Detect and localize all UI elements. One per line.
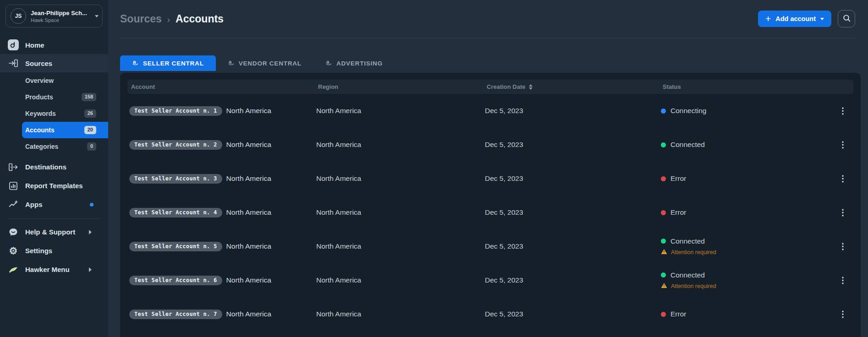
region-cell: North America — [316, 242, 485, 250]
sidebar-item-report-templates[interactable]: Report Templates — [0, 176, 108, 195]
tab-label: SELLER CENTRAL — [143, 60, 204, 67]
region-cell: North America — [316, 174, 485, 183]
row-menu-button[interactable]: ⋮ — [834, 308, 852, 320]
sidebar-item-hawker-menu[interactable]: Hawker Menu — [0, 260, 108, 279]
region-cell: North America — [316, 276, 485, 284]
account-name: North America — [226, 310, 271, 318]
creation-date-cell: Dec 5, 2023 — [485, 141, 661, 149]
account-cell: Test Seller Account n. 3 North America — [129, 174, 316, 184]
account-tag-chip: Test Seller Account n. 7 — [129, 310, 222, 319]
sidebar-item-overview[interactable]: Overview — [0, 72, 108, 89]
svg-text:a: a — [229, 59, 232, 65]
sidebar-item-label: Accounts — [25, 126, 84, 134]
status-dot — [661, 312, 666, 317]
account-cell: Test Seller Account n. 2 North America — [129, 140, 316, 150]
add-account-button[interactable]: + Add account — [758, 11, 831, 27]
row-menu-button[interactable]: ⋮ — [834, 139, 852, 151]
sidebar-item-label: Settings — [25, 247, 52, 255]
creation-date-cell: Dec 5, 2023 — [485, 276, 661, 284]
count-badge: 158 — [82, 93, 96, 101]
sidebar-item-label: Products — [25, 93, 82, 101]
chevron-down-icon — [95, 15, 99, 17]
row-menu-button[interactable]: ⋮ — [834, 105, 852, 117]
workspace-switcher[interactable]: JS Jean-Philippe Sch... Hawk Space — [5, 5, 103, 27]
status-label: Error — [670, 208, 686, 217]
main-content: Sources › Accounts + Add account a SELLE… — [108, 0, 868, 337]
chevron-down-icon — [820, 18, 824, 20]
svg-text:a: a — [133, 59, 136, 65]
sidebar-item-help-support[interactable]: Help & Support — [0, 223, 108, 241]
account-tag-chip: Test Seller Account n. 4 — [129, 208, 222, 217]
sort-icon[interactable] — [529, 84, 533, 90]
accounts-table: Account Region Creation Date Status Test… — [120, 73, 861, 337]
sidebar-item-label: Destinations — [25, 163, 66, 171]
status-cell: Connected Attention required — [661, 237, 831, 256]
status-dot — [661, 239, 666, 244]
amazon-icon: a — [325, 59, 332, 67]
sidebar-item-products[interactable]: Products 158 — [0, 89, 108, 105]
sidebar-item-home[interactable]: Home — [0, 36, 108, 54]
avatar: JS — [11, 8, 26, 24]
home-logo-icon — [8, 39, 19, 51]
column-header-creation-date[interactable]: Creation Date — [487, 83, 663, 90]
sidebar-item-label: Sources — [25, 60, 52, 67]
sidebar-item-categories[interactable]: Categories 0 — [0, 138, 108, 155]
tab-vendor-central[interactable]: a VENDOR CENTRAL — [216, 55, 313, 71]
table-row: Test Seller Account n. 1 North America N… — [127, 94, 853, 128]
tab-seller-central[interactable]: a SELLER CENTRAL — [120, 55, 216, 71]
sidebar-item-keywords[interactable]: Keywords 26 — [0, 105, 108, 122]
status-cell: Connecting Attention required — [661, 107, 831, 115]
status-label: Error — [670, 310, 686, 318]
table-header: Account Region Creation Date Status — [127, 80, 853, 94]
amazon-icon: a — [228, 59, 235, 67]
attention-required-badge: Attention required — [661, 249, 831, 256]
chevron-right-icon — [89, 267, 92, 272]
status-dot — [661, 272, 666, 277]
tab-label: VENDOR CENTRAL — [239, 60, 302, 67]
breadcrumb: Sources › Accounts — [120, 13, 224, 25]
row-menu-button[interactable]: ⋮ — [834, 274, 852, 286]
sidebar-item-destinations[interactable]: Destinations — [0, 158, 108, 176]
column-header-status: Status — [663, 83, 830, 90]
row-menu-button[interactable]: ⋮ — [834, 207, 852, 218]
attention-label: Attention required — [671, 249, 716, 255]
column-header-account: Account — [131, 83, 318, 90]
account-cell: Test Seller Account n. 1 North America — [129, 106, 316, 116]
sidebar-item-label: Help & Support — [25, 228, 75, 236]
sidebar-item-accounts[interactable]: Accounts 20 — [22, 122, 108, 138]
account-name: North America — [226, 242, 271, 250]
creation-date-cell: Dec 5, 2023 — [485, 107, 661, 115]
sidebar-item-label: Apps — [25, 201, 43, 208]
account-name: North America — [226, 174, 271, 183]
apps-icon — [8, 200, 19, 210]
creation-date-cell: Dec 5, 2023 — [485, 310, 661, 318]
search-button[interactable] — [838, 10, 855, 27]
attention-required-badge: Attention required — [661, 283, 831, 290]
sidebar-item-label: Keywords — [25, 110, 84, 117]
column-label: Account — [131, 83, 155, 90]
status-cell: Connected Attention required — [661, 141, 831, 149]
user-name: Jean-Philippe Sch... — [31, 10, 90, 16]
account-name: North America — [226, 208, 271, 217]
sidebar-item-apps[interactable]: Apps — [0, 195, 108, 214]
status-dot — [661, 142, 666, 147]
sidebar-item-label: Report Templates — [25, 182, 83, 190]
status-cell: Error Attention required — [661, 208, 831, 217]
notification-dot — [90, 203, 93, 207]
row-menu-button[interactable]: ⋮ — [834, 173, 852, 185]
breadcrumb-separator: › — [167, 15, 170, 25]
breadcrumb-parent[interactable]: Sources — [120, 13, 162, 25]
tab-advertising[interactable]: a ADVERTISING — [313, 55, 395, 71]
chevron-right-icon — [89, 230, 92, 234]
sidebar-item-settings[interactable]: ⚙ Settings — [0, 241, 108, 260]
status-dot — [661, 109, 666, 114]
account-cell: Test Seller Account n. 6 North America — [129, 276, 316, 285]
status-dot — [661, 210, 666, 215]
table-row: Test Seller Account n. 4 North America N… — [127, 196, 853, 229]
row-menu-button[interactable]: ⋮ — [834, 240, 852, 252]
tab-label: ADVERTISING — [336, 60, 383, 67]
account-name: North America — [226, 141, 271, 149]
sidebar-item-sources[interactable]: Sources — [0, 54, 108, 72]
hawker-logo-icon — [8, 265, 19, 275]
account-tag-chip: Test Seller Account n. 2 — [129, 140, 222, 150]
